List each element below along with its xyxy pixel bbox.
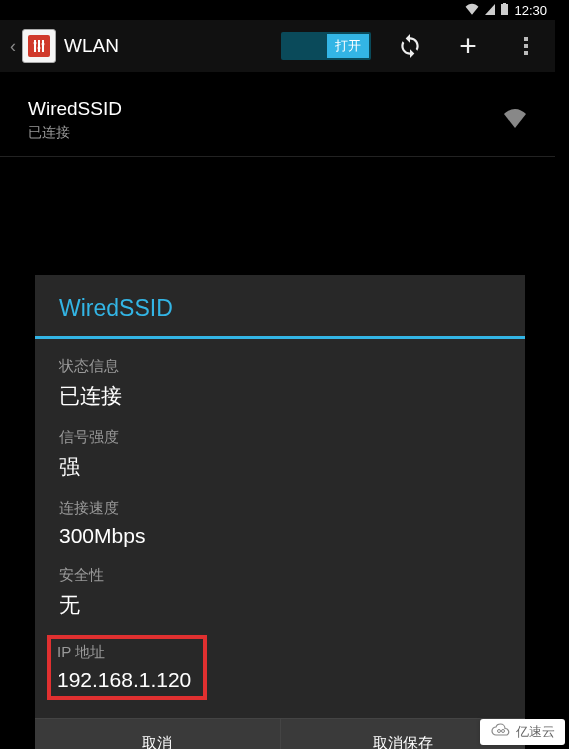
detail-label: 状态信息 (59, 357, 501, 376)
svg-point-8 (498, 730, 501, 733)
dialog-title: WiredSSID (59, 295, 501, 322)
cloud-icon (490, 723, 512, 741)
svg-point-9 (502, 730, 505, 733)
add-network-icon[interactable]: + (449, 27, 487, 65)
detail-label: 信号强度 (59, 428, 501, 447)
svg-rect-4 (42, 40, 44, 52)
detail-value: 已连接 (59, 382, 501, 410)
detail-label: 安全性 (59, 566, 501, 585)
detail-row-ip-highlighted: IP 地址 192.168.1.120 (47, 635, 207, 700)
detail-label: 连接速度 (59, 499, 501, 518)
svg-rect-3 (38, 40, 40, 52)
detail-row-security: 安全性 无 (53, 564, 507, 621)
detail-value: 300Mbps (59, 524, 501, 548)
toggle-on-label: 打开 (327, 34, 369, 58)
dialog-button-bar: 取消 取消保存 (35, 718, 525, 749)
svg-point-7 (42, 43, 45, 46)
wifi-details-dialog: WiredSSID 状态信息 已连接 信号强度 强 连接速度 300Mbps 安… (35, 275, 525, 749)
back-chevron-icon[interactable]: ‹ (10, 36, 16, 57)
wifi-ssid: WiredSSID (28, 98, 503, 120)
svg-point-6 (38, 47, 41, 50)
detail-label: IP 地址 (57, 643, 197, 662)
detail-row-speed: 连接速度 300Mbps (53, 497, 507, 550)
detail-value: 强 (59, 453, 501, 481)
cellular-signal-icon (485, 4, 495, 17)
wifi-signal-icon (465, 3, 479, 17)
detail-value: 192.168.1.120 (57, 668, 197, 692)
app-icon[interactable] (22, 29, 56, 63)
status-time: 12:30 (514, 3, 547, 18)
dialog-header: WiredSSID (35, 275, 525, 339)
overflow-menu-icon[interactable] (507, 27, 545, 65)
dialog-body: 状态信息 已连接 信号强度 强 连接速度 300Mbps 安全性 无 IP 地址… (35, 339, 525, 718)
watermark: 亿速云 (480, 719, 565, 745)
svg-rect-1 (503, 3, 506, 4)
wifi-strength-icon (503, 108, 527, 132)
svg-rect-0 (501, 4, 508, 15)
action-bar: ‹ WLAN 打开 + (0, 20, 555, 72)
wlan-toggle[interactable]: 打开 (281, 32, 371, 60)
page-title: WLAN (64, 35, 119, 57)
detail-value: 无 (59, 591, 501, 619)
refresh-icon[interactable] (391, 27, 429, 65)
cancel-button[interactable]: 取消 (35, 719, 281, 749)
wifi-list-item[interactable]: WiredSSID 已连接 (0, 84, 555, 157)
wifi-list: WiredSSID 已连接 (0, 72, 555, 169)
detail-row-signal: 信号强度 强 (53, 426, 507, 483)
status-bar: 12:30 (0, 0, 555, 20)
detail-row-status: 状态信息 已连接 (53, 355, 507, 412)
wifi-status: 已连接 (28, 124, 503, 142)
watermark-text: 亿速云 (516, 723, 555, 741)
svg-point-5 (34, 42, 37, 45)
battery-icon (501, 3, 508, 17)
